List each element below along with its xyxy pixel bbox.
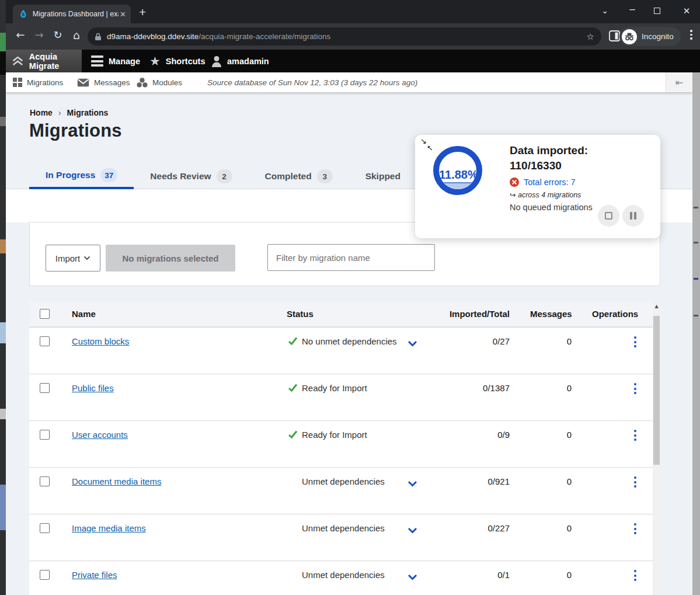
nav-item-modules[interactable]: Modules [137,72,182,92]
select-all-checkbox[interactable] [40,309,50,319]
total-errors-link[interactable]: Total errors: 7 [524,178,576,187]
browser-titlebar: Migrations Dashboard | example ✕ + ⌄ – ✕ [6,0,700,23]
back-button[interactable]: ← [13,29,28,41]
table-row: Document media itemsUnmet dependencies0/… [29,467,660,514]
progress-ring: 11.88% [433,146,482,195]
url-path: /acquia-migrate-accelerate/migrations [198,32,330,41]
scrollbar-up-icon[interactable]: ▲ [653,304,660,309]
breadcrumb-current: Migrations [67,108,109,117]
column-header-status: Status [287,309,314,319]
stop-icon [605,212,612,220]
messages-count: 0 [558,336,581,346]
background-window-sliver-right [692,72,700,595]
tab-skipped[interactable]: Skipped [349,163,417,189]
collapse-toolbar-button[interactable]: ⇤ [666,72,692,92]
forward-button[interactable]: → [32,29,47,41]
total-errors-row: Total errors: 7 [510,178,593,187]
imported-total-value: 0/921 [415,476,510,486]
table-scrollbar[interactable]: ▲ [653,301,660,595]
migration-name-link[interactable]: Private files [72,570,117,580]
window-maximize-button[interactable] [654,8,660,14]
hook-arrow-icon: ↪ [510,190,516,199]
import-dropdown-button[interactable]: Import [46,245,100,272]
collapse-arrow-icon[interactable]: ↖ [427,144,433,152]
operations-menu-icon[interactable] [632,570,639,581]
toolbar-item-manage[interactable]: Manage [91,50,140,72]
status-ok-icon [288,383,298,395]
row-checkbox[interactable] [40,523,50,533]
operations-menu-icon[interactable] [632,523,639,534]
sliver-speck [694,278,698,280]
tab-label: Skipped [365,171,401,182]
bookmark-star-icon[interactable]: ☆ [587,32,594,42]
tab-completed[interactable]: Completed3 [249,163,349,189]
toolbar-item-user[interactable]: amadamin [211,50,269,72]
reload-button[interactable]: ↻ [50,29,65,41]
toolbar-item-acquia-migrate[interactable]: Acquia Migrate [6,50,82,72]
migration-name-link[interactable]: Custom blocks [72,336,129,346]
tab-title: Migrations Dashboard | example [33,10,119,18]
nav-item-migrations[interactable]: Migrations [13,72,63,92]
imported-total-value: 0/227 [415,523,510,533]
incognito-label: Incognito [642,32,674,41]
tab-needs-review[interactable]: Needs Review2 [134,163,248,189]
address-bar[interactable]: d9ama-ddevblog.ddev.site/acquia-migrate-… [88,27,601,46]
filter-migration-input[interactable] [267,244,435,271]
tab-close-icon[interactable]: ✕ [120,10,126,19]
main-content: Home›Migrations Migrations In Progress37… [6,92,692,595]
collapse-arrow-icon[interactable]: ↘ [420,137,427,145]
tab-count-badge: 2 [217,169,232,183]
tab-label: In Progress [46,170,95,180]
home-button[interactable]: ⌂ [69,29,84,41]
imported-total-value: 0/9 [415,430,510,440]
imported-total-value: 0/1387 [415,383,510,393]
data-imported-value: 110/16330 [510,158,593,173]
table-row: Custom blocksNo unmet dependencies0/270 [29,327,660,374]
pause-icon [630,212,636,220]
row-checkbox[interactable] [40,570,50,580]
operations-menu-icon[interactable] [632,430,639,441]
status-text: Unmet dependencies [302,523,385,533]
imported-total-value: 0/27 [415,336,510,346]
side-panel-icon[interactable] [609,30,620,41]
tab-count-badge: 3 [317,169,333,183]
status-text: Ready for Import [302,383,367,393]
source-database-note: Source database of Sun Nov 12, 3:03 (3 d… [207,72,417,92]
messages-count: 0 [558,570,581,580]
pause-button[interactable] [622,205,644,227]
row-checkbox[interactable] [40,383,50,393]
row-checkbox[interactable] [40,336,50,346]
tab-label: Needs Review [150,171,211,182]
migration-name-link[interactable]: Image media items [72,523,146,533]
migration-name-link[interactable]: Document media items [72,476,161,486]
migration-name-link[interactable]: Public files [72,383,114,393]
nav-item-messages[interactable]: Messages [77,72,130,92]
migrations-table: Name Status Imported/Total Messages Oper… [29,301,660,595]
browser-tab[interactable]: Migrations Dashboard | example ✕ [13,5,131,23]
no-migrations-selected-button: No migrations selected [106,245,235,272]
queue-status-text: No queued migrations [510,203,593,212]
operations-menu-icon[interactable] [632,476,639,488]
url-domain: d9ama-ddevblog.ddev.site [107,32,198,41]
scrollbar-thumb[interactable] [653,316,660,465]
progress-percent: 11.88% [439,168,476,182]
row-checkbox[interactable] [40,430,50,440]
operations-menu-icon[interactable] [632,383,639,394]
browser-menu-icon[interactable] [690,30,692,40]
star-icon: ★ [149,54,161,68]
new-tab-button[interactable]: + [139,5,146,19]
stop-button[interactable] [598,205,619,227]
column-header-imported: Imported/Total [415,309,510,319]
breadcrumb-separator: › [58,108,61,117]
operations-menu-icon[interactable] [632,336,639,347]
incognito-badge: Incognito [619,27,681,46]
toolbar-item-shortcuts[interactable]: ★ Shortcuts [149,50,206,72]
window-tabsearch-chevron-icon[interactable]: ⌄ [599,6,611,15]
grid-icon [13,78,22,87]
tab-in-progress[interactable]: In Progress37 [29,163,134,189]
migration-name-link[interactable]: User accounts [72,430,128,440]
window-close-button[interactable]: ✕ [681,6,692,16]
breadcrumb-home-link[interactable]: Home [30,108,53,117]
window-minimize-button[interactable]: – [626,4,638,15]
row-checkbox[interactable] [40,476,50,486]
